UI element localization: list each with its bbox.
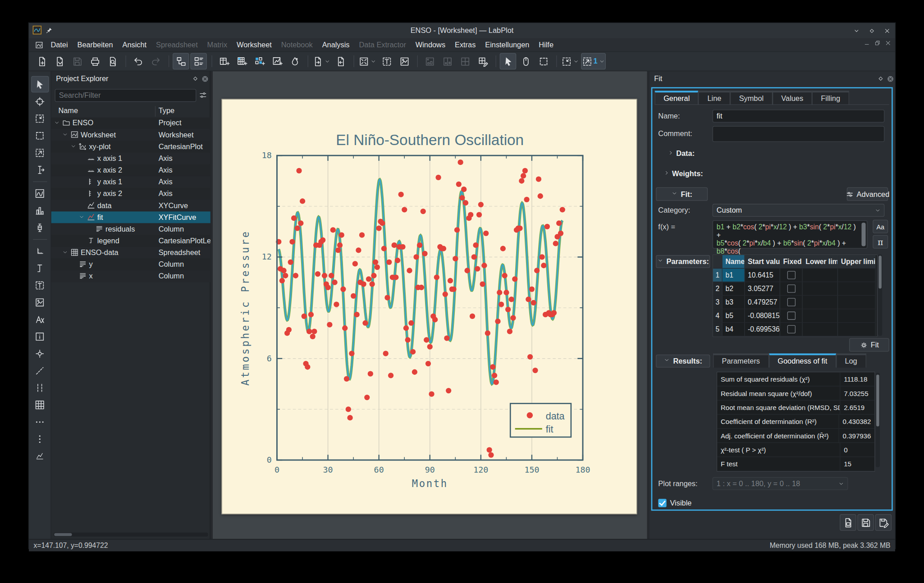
fixed-checkbox[interactable]	[787, 298, 795, 306]
parameter-row-b1[interactable]: 1b110.6415	[713, 269, 877, 282]
menu-windows[interactable]: Windows	[411, 40, 450, 50]
filter-icon[interactable]	[199, 91, 208, 100]
undo-button[interactable]	[130, 53, 146, 70]
dock-close-icon[interactable]	[201, 75, 209, 83]
param-name[interactable]: b4	[723, 323, 745, 336]
tool-chart-hist-button[interactable]	[31, 202, 49, 219]
lower-limit[interactable]	[803, 323, 838, 336]
visible-checkbox[interactable]: Visible	[658, 499, 691, 507]
category-combobox[interactable]: Custom	[713, 204, 885, 217]
tool-ref-range-button[interactable]	[31, 379, 49, 396]
data-section-toggle[interactable]: Data:	[668, 150, 695, 158]
lower-limit[interactable]	[803, 282, 838, 296]
upper-limit[interactable]	[838, 296, 876, 309]
y-axis-label[interactable]: Atmospheric Pressure	[239, 230, 251, 386]
droplet-button[interactable]	[286, 53, 303, 70]
column-header-type[interactable]: Type	[159, 107, 174, 115]
doc-new-button[interactable]	[34, 53, 50, 70]
image-frame-button[interactable]	[396, 53, 413, 70]
expander-open-icon[interactable]	[62, 132, 68, 138]
tool-custom-point-button[interactable]	[31, 345, 49, 362]
menu-ansicht[interactable]: Ansicht	[118, 40, 151, 50]
advanced-button[interactable]: Advanced	[847, 187, 888, 201]
menu-extras[interactable]: Extras	[450, 40, 480, 50]
tool-chart-curve-button[interactable]	[31, 185, 49, 202]
comment-input[interactable]	[713, 126, 885, 142]
tree-item-ENSO-data[interactable]: ENSO-dataSpreadsheet	[51, 247, 210, 259]
dock-float-icon[interactable]	[192, 75, 199, 82]
panel-props-button[interactable]	[190, 53, 207, 70]
results-scrollbar[interactable]	[876, 373, 880, 467]
tree-item-residuals[interactable]: residualsColumn	[51, 223, 210, 235]
parameters-table[interactable]: NameStart valueFixedLower limitUpper lim…	[713, 255, 878, 337]
param-name[interactable]: b2	[723, 282, 745, 296]
pi-functions-button[interactable]: π	[873, 235, 888, 249]
constants-button[interactable]: Aa	[873, 220, 888, 233]
tree-column-header[interactable]: Name Type	[51, 105, 210, 118]
chevron-down-icon[interactable]	[599, 58, 605, 64]
tree-item-x[interactable]: xColumn	[51, 270, 210, 282]
tree-item-ENSO[interactable]: ENSOProject	[51, 117, 210, 129]
menu-einstellungen[interactable]: Einstellungen	[480, 40, 534, 50]
tree-item-x-axis-2[interactable]: x axis 2Axis	[51, 164, 210, 176]
tool-ibeam-button[interactable]	[31, 161, 49, 178]
tool-cursor-button[interactable]	[31, 76, 49, 93]
fixed[interactable]	[780, 309, 803, 323]
formula-editor[interactable]: b1 + b2*cos( 2*pi*x/12 ) + b3*sin( 2*pi*…	[713, 220, 868, 249]
dock-float-icon[interactable]	[877, 75, 884, 82]
param-name[interactable]: b1	[723, 269, 745, 282]
lower-limit[interactable]	[803, 296, 838, 309]
upper-limit[interactable]	[838, 309, 876, 323]
worksheet-sheet[interactable]: 0306090120150180061218El Niño-Southern O…	[222, 99, 637, 515]
tool-dots-h-button[interactable]	[31, 414, 49, 430]
new-workbook-button[interactable]	[216, 53, 233, 70]
tool-zoom-sel-button[interactable]	[31, 144, 49, 161]
tool-crosshair-button[interactable]	[31, 93, 49, 110]
printer-button[interactable]	[87, 53, 103, 70]
x-axis-label[interactable]: Month	[412, 478, 448, 489]
menu-datei[interactable]: Datei	[46, 40, 73, 50]
tree-item-y-axis-1[interactable]: y axis 1Axis	[51, 176, 210, 188]
expander-open-icon[interactable]	[54, 119, 60, 126]
tool-text-frame-button[interactable]	[31, 277, 49, 293]
results-tab-parameters[interactable]: Parameters	[713, 353, 769, 367]
fixed-checkbox[interactable]	[787, 312, 795, 320]
zoom-sel-button[interactable]: 1	[581, 53, 606, 70]
column-header-name[interactable]: Name	[58, 107, 78, 115]
results-section-toggle[interactable]: Results:	[656, 355, 710, 368]
chevron-down-icon[interactable]	[573, 58, 579, 64]
tool-dots-v-button[interactable]	[31, 431, 49, 447]
panel-tree-button[interactable]	[173, 53, 189, 70]
results-tab-log[interactable]: Log	[836, 353, 866, 367]
tool-latex-button[interactable]	[31, 311, 49, 328]
new-worksheet-button[interactable]	[269, 53, 285, 70]
weights-section-toggle[interactable]: Weights:	[663, 170, 703, 178]
expander-open-icon[interactable]	[70, 143, 77, 150]
tab-filling[interactable]: Filling	[812, 91, 849, 105]
mdi-close-icon[interactable]	[884, 40, 892, 47]
dock-close-icon[interactable]	[886, 75, 894, 83]
new-matrix-button[interactable]	[251, 53, 268, 70]
mdi-restore-icon[interactable]	[874, 40, 881, 47]
fixed-checkbox[interactable]	[787, 284, 795, 292]
frame-zoom-button[interactable]	[358, 53, 377, 70]
text-frame-button[interactable]	[378, 53, 395, 70]
tree-item-x-axis-1[interactable]: x axis 1Axis	[51, 153, 210, 164]
tool-info-box-button[interactable]	[31, 328, 49, 345]
parameter-row-b2[interactable]: 2b23.05277	[713, 282, 877, 296]
fixed[interactable]	[780, 296, 803, 309]
tab-general[interactable]: General	[655, 91, 699, 105]
tab-line[interactable]: Line	[699, 91, 730, 105]
tree-item-xy-plot[interactable]: xy-plotCartesianPlot	[51, 141, 210, 152]
close-icon[interactable]	[882, 26, 892, 36]
layout-edit-button[interactable]	[474, 53, 491, 70]
zoom-fit-button[interactable]	[560, 53, 580, 70]
minimize-icon[interactable]	[851, 26, 861, 36]
upper-limit[interactable]	[838, 269, 876, 282]
tool-chart-box-button[interactable]	[31, 219, 49, 236]
menu-bearbeiten[interactable]: Bearbeiten	[73, 40, 118, 50]
tree-item-data[interactable]: dataXYCurve	[51, 200, 210, 211]
tool-grid-icon-button[interactable]	[31, 396, 49, 413]
tab-values[interactable]: Values	[773, 91, 812, 105]
parameter-row-b5[interactable]: 4b5-0.0808158	[713, 309, 877, 323]
